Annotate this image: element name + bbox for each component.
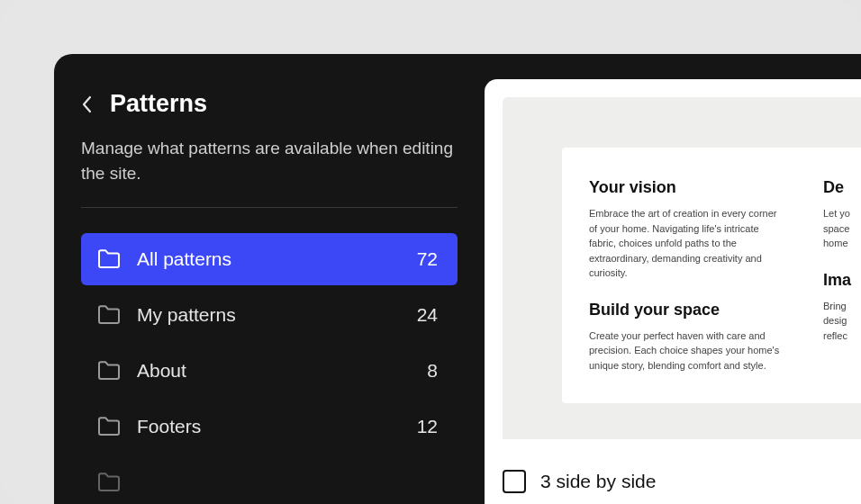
preview-block: Ima Bring desig reflec bbox=[823, 271, 861, 344]
page-description: Manage what patterns are available when … bbox=[81, 136, 458, 185]
sidebar-item-partial[interactable] bbox=[81, 456, 458, 504]
block-heading: Ima bbox=[823, 271, 861, 290]
sidebar-item-count: 24 bbox=[417, 304, 438, 326]
folder-icon bbox=[97, 472, 121, 492]
pattern-caption: 3 side by side bbox=[540, 471, 656, 492]
preview-block: De Let yo space home bbox=[823, 178, 861, 251]
nav-list: All patterns 72 My patterns 24 bbox=[81, 233, 458, 504]
sidebar-item-count: 72 bbox=[417, 248, 438, 270]
preview-column-1: Your vision Embrace the art of creation … bbox=[589, 178, 787, 373]
folder-icon bbox=[97, 417, 121, 436]
sidebar-item-about[interactable]: About 8 bbox=[81, 345, 458, 397]
block-body: Bring desig reflec bbox=[823, 299, 861, 344]
folder-icon bbox=[97, 249, 121, 269]
preview-column-2: De Let yo space home Ima Bring desig ref… bbox=[823, 178, 861, 373]
preview-panel: Your vision Embrace the art of creation … bbox=[485, 79, 861, 504]
sidebar-item-my-patterns[interactable]: My patterns 24 bbox=[81, 289, 458, 341]
preview-block: Build your space Create your perfect hav… bbox=[589, 301, 787, 374]
outer-card: Patterns Manage what patterns are availa… bbox=[0, 0, 861, 504]
pattern-preview[interactable]: Your vision Embrace the art of creation … bbox=[503, 97, 861, 439]
block-body: Embrace the art of creation in every cor… bbox=[589, 206, 787, 281]
divider bbox=[81, 207, 458, 208]
page-title: Patterns bbox=[110, 90, 207, 118]
sidebar: Patterns Manage what patterns are availa… bbox=[54, 54, 485, 504]
folder-icon bbox=[97, 361, 121, 381]
preview-block: Your vision Embrace the art of creation … bbox=[589, 178, 787, 281]
pattern-checkbox[interactable] bbox=[503, 470, 526, 493]
sidebar-item-all-patterns[interactable]: All patterns 72 bbox=[81, 233, 458, 285]
sidebar-item-label: About bbox=[137, 360, 186, 382]
block-heading: Your vision bbox=[589, 178, 787, 197]
pattern-card: Your vision Embrace the art of creation … bbox=[562, 148, 861, 403]
sidebar-header: Patterns bbox=[81, 90, 458, 118]
sidebar-item-count: 12 bbox=[417, 416, 438, 437]
sidebar-item-label: Footers bbox=[137, 416, 201, 437]
sidebar-item-footers[interactable]: Footers 12 bbox=[81, 400, 458, 453]
pattern-caption-row: 3 side by side bbox=[503, 470, 656, 493]
folder-icon bbox=[97, 305, 121, 325]
block-body: Create your perfect haven with care and … bbox=[589, 328, 787, 374]
block-heading: De bbox=[823, 178, 861, 197]
back-icon[interactable] bbox=[81, 94, 94, 115]
block-body: Let yo space home bbox=[823, 206, 861, 251]
block-heading: Build your space bbox=[589, 301, 787, 320]
sidebar-item-label: All patterns bbox=[137, 248, 231, 270]
sidebar-item-label: My patterns bbox=[137, 304, 236, 326]
sidebar-item-count: 8 bbox=[427, 360, 438, 382]
app-window: Patterns Manage what patterns are availa… bbox=[54, 54, 861, 504]
